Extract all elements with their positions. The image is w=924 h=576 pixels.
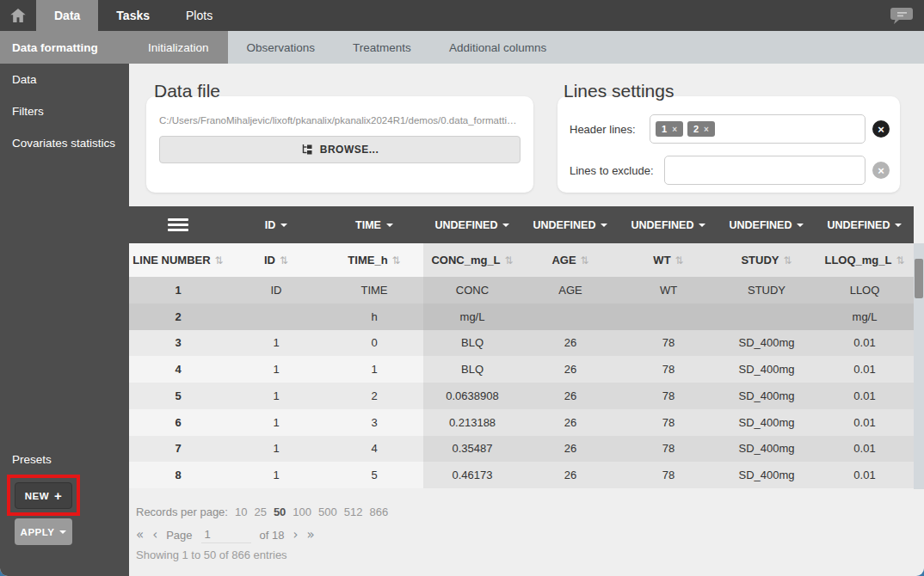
- table-cell: 78: [619, 409, 718, 436]
- tab-additional-columns[interactable]: Additional columns: [430, 31, 565, 64]
- data-table: IDTIMEUNDEFINEDUNDEFINEDUNDEFINEDUNDEFIN…: [129, 206, 924, 488]
- tab-observations[interactable]: Observations: [228, 31, 335, 64]
- feedback-button[interactable]: [890, 7, 914, 28]
- page-size-option-512[interactable]: 512: [344, 506, 363, 518]
- column-type-dropdown[interactable]: TIME: [325, 206, 423, 243]
- page-size-option-100[interactable]: 100: [293, 506, 311, 518]
- table-cell: 1: [227, 356, 325, 383]
- pagination: « ‹ Page of 18 › »: [136, 526, 315, 543]
- column-header-label: CONC_mg_L: [431, 254, 500, 267]
- column-type-dropdown[interactable]: UNDEFINED: [619, 206, 718, 243]
- page-size-option-10[interactable]: 10: [235, 506, 247, 518]
- sort-icon: ⇅: [896, 254, 904, 267]
- column-header-row: LINE NUMBER⇅ID⇅TIME_h⇅CONC_mg_L⇅AGE⇅WT⇅S…: [129, 243, 914, 277]
- sidebar-section-data-formatting[interactable]: Data formatting: [0, 31, 129, 64]
- table-cell: 0.01: [816, 383, 914, 409]
- column-header-age[interactable]: AGE⇅: [521, 243, 619, 277]
- page-size-option-50[interactable]: 50: [274, 506, 286, 518]
- top-tab-tasks[interactable]: Tasks: [98, 0, 168, 31]
- table-cell: 78: [619, 462, 718, 488]
- table-menu-button[interactable]: [129, 206, 227, 243]
- sidebar-item-filters[interactable]: Filters: [0, 95, 129, 127]
- page-size-option-866[interactable]: 866: [369, 506, 388, 518]
- column-header-time-h[interactable]: TIME_h⇅: [325, 243, 423, 277]
- subtab-strip: Initialization Observations Treatments A…: [129, 31, 924, 64]
- clear-header-lines-button[interactable]: ×: [872, 120, 890, 138]
- table-row: 8150.461732678SD_400mg0.01: [129, 462, 914, 488]
- column-type-dropdown[interactable]: UNDEFINED: [718, 206, 816, 243]
- page-number-input[interactable]: [201, 526, 251, 543]
- secondary-bar: Data formatting Initialization Observati…: [0, 31, 924, 64]
- column-type-dropdown[interactable]: UNDEFINED: [816, 206, 914, 243]
- page-size-option-500[interactable]: 500: [318, 506, 337, 518]
- column-header-conc-mg-l[interactable]: CONC_mg_L⇅: [423, 243, 521, 277]
- header-line-tag[interactable]: 1×: [656, 121, 683, 137]
- lines-to-exclude-input[interactable]: [664, 156, 865, 185]
- table-scrollbar-thumb[interactable]: [915, 259, 923, 298]
- table-cell: mg/L: [816, 303, 914, 330]
- table-cell: 1: [325, 356, 423, 383]
- records-per-page-label: Records per page:: [136, 506, 228, 518]
- top-bar: Data Tasks Plots: [0, 0, 924, 31]
- next-page-button[interactable]: ›: [293, 527, 298, 542]
- table-cell: CONC: [423, 277, 521, 303]
- clear-lines-to-exclude-button[interactable]: ×: [872, 162, 890, 179]
- header-lines-input[interactable]: 1×2×: [650, 114, 865, 144]
- table-cell: 0.01: [816, 330, 914, 357]
- sidebar-item-data[interactable]: Data: [0, 64, 129, 95]
- table-cell: 0.35487: [423, 436, 521, 463]
- plus-icon: +: [54, 488, 62, 503]
- home-icon: [10, 9, 26, 22]
- table-cell: 6: [129, 409, 227, 436]
- table-cell: 0.0638908: [423, 383, 521, 409]
- column-header-study[interactable]: STUDY⇅: [718, 243, 816, 277]
- column-type-label: UNDEFINED: [631, 219, 694, 231]
- table-cell: 26: [521, 330, 619, 357]
- browse-label: BROWSE...: [320, 144, 379, 156]
- home-button[interactable]: [0, 0, 36, 31]
- table-row: 2hmg/Lmg/L: [129, 303, 914, 330]
- top-tab-data[interactable]: Data: [36, 0, 98, 31]
- column-header-wt[interactable]: WT⇅: [619, 243, 718, 277]
- browse-button[interactable]: BROWSE...: [159, 136, 521, 163]
- column-header-id[interactable]: ID⇅: [227, 243, 325, 277]
- tab-initialization[interactable]: Initialization: [129, 31, 228, 64]
- remove-tag-icon[interactable]: ×: [704, 125, 709, 134]
- chevron-down-icon: [386, 224, 393, 227]
- data-file-title: Data file: [154, 81, 220, 101]
- column-header-lloq-mg-l[interactable]: LLOQ_mg_L⇅: [816, 243, 914, 277]
- table-cell: TIME: [325, 277, 423, 303]
- column-type-dropdown[interactable]: UNDEFINED: [521, 206, 619, 243]
- table-cell: 7: [129, 436, 227, 463]
- previous-page-button[interactable]: ‹: [152, 527, 157, 542]
- table-cell: 1: [227, 462, 325, 488]
- column-header-label: TIME_h: [348, 254, 387, 267]
- column-type-label: UNDEFINED: [435, 219, 498, 231]
- table-cell: 3: [129, 330, 227, 357]
- page-size-option-25[interactable]: 25: [254, 506, 266, 518]
- sort-icon: ⇅: [280, 254, 288, 267]
- table-cell: ID: [227, 277, 325, 303]
- sidebar-item-covariates-statistics[interactable]: Covariates statistics: [0, 127, 129, 159]
- preset-apply-button[interactable]: APPLY: [15, 518, 72, 545]
- preset-new-button[interactable]: NEW +: [15, 482, 72, 509]
- table-cell: SD_400mg: [718, 383, 816, 409]
- top-tab-plots[interactable]: Plots: [168, 0, 231, 31]
- header-lines-label: Header lines:: [570, 123, 636, 136]
- header-line-tag[interactable]: 2×: [687, 121, 715, 137]
- table-cell: 0.01: [816, 356, 914, 383]
- page-count-label: of 18: [260, 529, 285, 542]
- sort-icon: ⇅: [581, 254, 589, 267]
- table-cell: 26: [521, 409, 619, 436]
- first-page-button[interactable]: «: [136, 527, 144, 542]
- column-header-line-number[interactable]: LINE NUMBER⇅: [129, 243, 227, 277]
- remove-tag-icon[interactable]: ×: [672, 125, 677, 134]
- column-type-dropdown[interactable]: UNDEFINED: [423, 206, 521, 243]
- records-per-page: Records per page: 102550100500512866: [136, 506, 388, 518]
- page-size-options: 102550100500512866: [235, 506, 388, 518]
- last-page-button[interactable]: »: [306, 527, 314, 542]
- column-type-dropdown[interactable]: ID: [227, 206, 325, 243]
- sort-icon: ⇅: [215, 254, 224, 267]
- tab-treatments[interactable]: Treatments: [334, 31, 430, 64]
- table-cell: 78: [619, 383, 718, 409]
